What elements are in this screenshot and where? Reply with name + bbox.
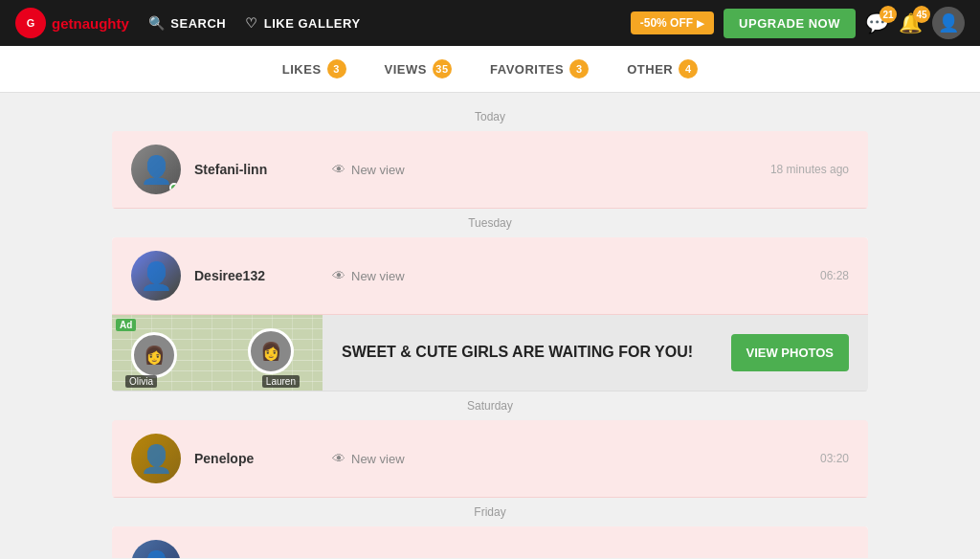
ad-view-photos-button[interactable]: VIEW PHOTOS [731, 334, 850, 371]
eye-icon: 👁 [332, 268, 345, 283]
action-text-desiree: New view [351, 269, 405, 283]
tab-favorites[interactable]: FAVORITES 3 [490, 59, 589, 78]
promo-badge[interactable]: -50% OFF [631, 11, 714, 34]
action-stefani: 👁 New view [332, 162, 405, 177]
views-count: 35 [433, 59, 452, 78]
favorites-count: 3 [569, 59, 589, 78]
eye-icon: 👁 [332, 451, 345, 466]
time-penelope: 03:20 [820, 452, 849, 465]
header-right: -50% OFF UPGRADE NOW 💬 21 🔔 45 👤 [631, 7, 965, 39]
messages-badge: 21 [880, 6, 897, 23]
ad-profile-olivia: 👩 [131, 332, 177, 378]
tab-likes[interactable]: LIKES 3 [282, 59, 346, 78]
heart-icon: ♡ [245, 15, 258, 31]
like-gallery-nav[interactable]: ♡ LIKE GALLERY [245, 15, 360, 31]
lauren-name: Lauren [262, 375, 300, 388]
views-label: VIEWS [385, 62, 427, 77]
online-indicator [169, 183, 179, 192]
like-gallery-label: LIKE GALLERY [264, 16, 361, 31]
action-stacy: 👁 New view [332, 557, 405, 558]
olivia-name: Olivia [125, 375, 157, 388]
avatar-penelope: 👤 [131, 434, 181, 483]
avatar-desiree: 👤 [131, 251, 181, 301]
likes-label: LIKES [282, 62, 322, 77]
silhouette-icon: 👤 [140, 154, 173, 186]
silhouette-icon: 👤 [140, 549, 173, 559]
name-desiree: Desiree132 [194, 268, 290, 283]
notifications-button[interactable]: 🔔 45 [899, 11, 923, 34]
date-tuesday: Tuesday [0, 209, 980, 237]
other-count: 4 [679, 59, 698, 78]
avatar[interactable]: 👤 [932, 7, 965, 39]
tab-other[interactable]: OTHER 4 [627, 59, 698, 78]
tuesday-card: 👤 Desiree132 👁 New view 06:28 Ad 👩 Olivi… [112, 237, 868, 391]
time-stefani: 18 minutes ago [770, 163, 849, 176]
date-friday: Friday [0, 498, 980, 526]
avatar-icon: 👤 [938, 12, 959, 34]
friday-card: 👤 Stacy 👁 New view 19:29 👤 Gladysf 👁 New… [112, 526, 868, 558]
ad-label: Ad [116, 319, 136, 331]
header: G getnaughty 🔍 SEARCH ♡ LIKE GALLERY -50… [0, 0, 980, 46]
avatar-stefani: 👤 [131, 145, 181, 194]
date-today: Today [0, 102, 980, 131]
date-saturday: Saturday [0, 391, 980, 420]
promo-text: -50% OFF [640, 16, 693, 30]
name-penelope: Penelope [194, 451, 290, 466]
messages-button[interactable]: 💬 21 [865, 11, 889, 34]
action-desiree: 👁 New view [332, 268, 405, 283]
other-label: OTHER [627, 62, 673, 77]
notifications-badge: 45 [913, 6, 930, 23]
search-nav[interactable]: 🔍 SEARCH [148, 15, 226, 31]
saturday-card: 👤 Penelope 👁 New view 03:20 [112, 420, 868, 498]
avatar-stacy: 👤 [131, 540, 181, 558]
name-stacy: Stacy [194, 557, 290, 558]
today-card: 👤 Stefani-linn 👁 New view 18 minutes ago [112, 131, 868, 209]
logo[interactable]: G getnaughty [15, 8, 129, 38]
silhouette-icon: 👤 [140, 443, 173, 475]
ad-banner: Ad 👩 Olivia 👩 Lauren SWEET & CUTE GIRLS … [112, 315, 868, 391]
svg-text:G: G [27, 17, 35, 29]
row-penelope[interactable]: 👤 Penelope 👁 New view 03:20 [112, 420, 868, 498]
lauren-icon: 👩 [260, 341, 281, 362]
logo-text: getnaughty [52, 15, 129, 32]
ad-map: Ad 👩 Olivia 👩 Lauren [112, 315, 323, 391]
search-label: SEARCH [170, 16, 226, 31]
upgrade-button[interactable]: UPGRADE NOW [724, 9, 856, 38]
ad-headline: SWEET & CUTE GIRLS ARE WAITING FOR YOU! [323, 343, 731, 363]
name-stefani: Stefani-linn [194, 162, 290, 177]
row-stefani[interactable]: 👤 Stefani-linn 👁 New view 18 minutes ago [112, 131, 868, 209]
row-stacy[interactable]: 👤 Stacy 👁 New view 19:29 [112, 526, 868, 558]
main-content: Today 👤 Stefani-linn 👁 New view 18 minut… [0, 93, 980, 558]
likes-count: 3 [327, 59, 346, 78]
logo-icon: G [15, 8, 46, 38]
row-desiree[interactable]: 👤 Desiree132 👁 New view 06:28 [112, 237, 868, 315]
silhouette-icon: 👤 [140, 260, 173, 292]
action-text-stefani: New view [351, 163, 405, 177]
ad-profile-lauren: 👩 [248, 328, 294, 374]
tab-views[interactable]: VIEWS 35 [385, 59, 452, 78]
olivia-icon: 👩 [144, 345, 165, 366]
action-text-stacy: New view [351, 558, 405, 559]
tabs-bar: LIKES 3 VIEWS 35 FAVORITES 3 OTHER 4 [0, 46, 980, 93]
eye-icon: 👁 [332, 557, 345, 558]
search-icon: 🔍 [148, 15, 166, 31]
eye-icon: 👁 [332, 162, 345, 177]
time-desiree: 06:28 [820, 269, 849, 282]
favorites-label: FAVORITES [490, 62, 564, 77]
action-penelope: 👁 New view [332, 451, 405, 466]
action-text-penelope: New view [351, 452, 405, 466]
